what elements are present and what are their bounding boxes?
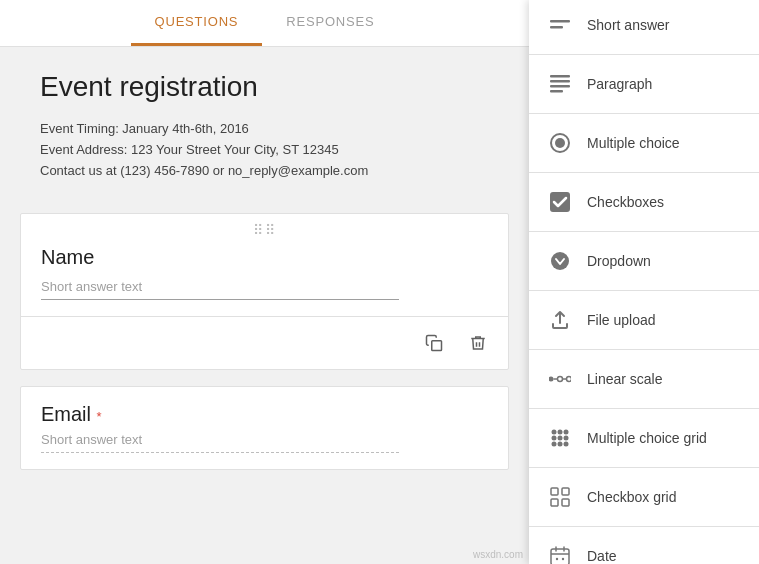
divider-5: [529, 290, 759, 291]
svg-point-10: [551, 252, 569, 270]
checkbox-grid-icon: [549, 486, 571, 508]
linear-scale-label: Linear scale: [587, 371, 663, 387]
email-placeholder: Short answer text: [41, 432, 142, 447]
multiple-choice-label: Multiple choice: [587, 135, 680, 151]
menu-item-checkbox-grid[interactable]: Checkbox grid: [529, 472, 759, 522]
name-card-wrapper: ⠿⠿ Name Short answer text: [0, 213, 529, 370]
multiple-choice-grid-icon: [549, 427, 571, 449]
svg-point-15: [567, 377, 572, 382]
date-label: Date: [587, 548, 617, 564]
divider-7: [529, 408, 759, 409]
svg-point-24: [564, 442, 569, 447]
svg-rect-1: [550, 20, 570, 23]
divider-4: [529, 231, 759, 232]
svg-point-20: [558, 436, 563, 441]
svg-point-16: [552, 430, 557, 435]
divider-6: [529, 349, 759, 350]
description-line1: Event Timing: January 4th-6th, 2016: [40, 119, 489, 140]
menu-item-paragraph[interactable]: Paragraph: [529, 59, 759, 109]
divider-2: [529, 113, 759, 114]
svg-rect-26: [562, 488, 569, 495]
svg-point-8: [555, 138, 565, 148]
duplicate-button[interactable]: [416, 325, 452, 361]
email-card: Email * Short answer text: [20, 386, 509, 470]
name-label: Name: [41, 246, 488, 269]
divider-3: [529, 172, 759, 173]
menu-item-linear-scale[interactable]: Linear scale: [529, 354, 759, 404]
drag-handle[interactable]: ⠿⠿: [21, 214, 508, 242]
menu-item-multiple-choice-grid[interactable]: Multiple choice grid: [529, 413, 759, 463]
email-card-wrapper: Email * Short answer text: [0, 386, 529, 470]
short-answer-icon: [549, 14, 571, 36]
svg-point-17: [558, 430, 563, 435]
linear-scale-icon: [549, 368, 571, 390]
svg-rect-5: [550, 85, 570, 88]
short-answer-label: Short answer: [587, 17, 669, 33]
svg-rect-28: [562, 499, 569, 506]
date-icon: [549, 545, 571, 564]
divider-1: [529, 54, 759, 55]
menu-item-checkboxes[interactable]: Checkboxes: [529, 177, 759, 227]
page-wrapper: QUESTIONS RESPONSES Event registration E…: [0, 0, 759, 564]
svg-point-19: [552, 436, 557, 441]
checkboxes-icon: [549, 191, 571, 213]
description-line3: Contact us at (123) 456-7890 or no_reply…: [40, 161, 489, 182]
card-content: Name Short answer text: [21, 242, 508, 316]
svg-rect-29: [551, 549, 569, 564]
svg-point-23: [558, 442, 563, 447]
name-placeholder: Short answer text: [41, 279, 142, 294]
multiple-choice-grid-label: Multiple choice grid: [587, 430, 707, 446]
name-card: ⠿⠿ Name Short answer text: [20, 213, 509, 370]
divider-9: [529, 526, 759, 527]
card-actions: [21, 316, 508, 369]
file-upload-label: File upload: [587, 312, 656, 328]
form-header: Event registration Event Timing: January…: [0, 47, 529, 197]
menu-item-file-upload[interactable]: File upload: [529, 295, 759, 345]
svg-rect-3: [550, 75, 570, 78]
multiple-choice-icon: [549, 132, 571, 154]
checkboxes-label: Checkboxes: [587, 194, 664, 210]
svg-rect-2: [550, 26, 563, 29]
svg-point-18: [564, 430, 569, 435]
left-panel: QUESTIONS RESPONSES Event registration E…: [0, 0, 529, 564]
svg-point-34: [562, 558, 564, 560]
svg-point-22: [552, 442, 557, 447]
tabs-bar: QUESTIONS RESPONSES: [0, 0, 529, 47]
file-upload-icon: [549, 309, 571, 331]
description-line2: Event Address: 123 Your Street Your City…: [40, 140, 489, 161]
svg-point-11: [549, 377, 554, 382]
watermark: wsxdn.com: [473, 549, 523, 560]
dropdown-icon: [549, 250, 571, 272]
menu-item-short-answer[interactable]: Short answer: [529, 0, 759, 50]
tab-responses[interactable]: RESPONSES: [262, 0, 398, 46]
email-label: Email *: [41, 403, 488, 426]
required-star: *: [97, 409, 102, 424]
svg-rect-27: [551, 499, 558, 506]
paragraph-icon: [549, 73, 571, 95]
dropdown-label: Dropdown: [587, 253, 651, 269]
svg-rect-0: [432, 341, 442, 351]
form-description: Event Timing: January 4th-6th, 2016 Even…: [40, 119, 489, 181]
svg-point-33: [556, 558, 558, 560]
delete-button[interactable]: [460, 325, 496, 361]
menu-item-multiple-choice[interactable]: Multiple choice: [529, 118, 759, 168]
form-title: Event registration: [40, 71, 489, 103]
svg-rect-25: [551, 488, 558, 495]
dropdown-menu: Short answer Paragraph: [529, 0, 759, 564]
svg-point-13: [558, 377, 563, 382]
divider-8: [529, 467, 759, 468]
menu-item-dropdown[interactable]: Dropdown: [529, 236, 759, 286]
svg-rect-4: [550, 80, 570, 83]
checkbox-grid-label: Checkbox grid: [587, 489, 677, 505]
paragraph-label: Paragraph: [587, 76, 652, 92]
tab-questions[interactable]: QUESTIONS: [131, 0, 263, 46]
svg-point-21: [564, 436, 569, 441]
menu-item-date[interactable]: Date: [529, 531, 759, 564]
svg-rect-6: [550, 90, 563, 93]
